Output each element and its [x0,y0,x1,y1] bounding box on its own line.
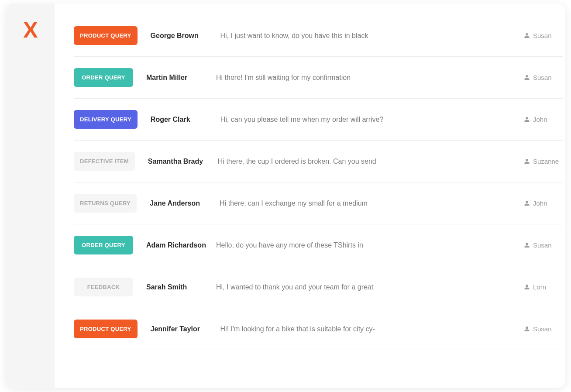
ticket-preview: Hi, can you please tell me when my order… [220,116,524,124]
assignee-name: Susan [533,325,552,333]
ticket-list: PRODUCT QUERYGeorge BrownHi, I just want… [55,21,565,350]
ticket-customer: Samantha Brady [148,158,218,165]
assignee-name: Suzanne [533,158,559,165]
app-frame: X PRODUCT QUERYGeorge BrownHi, I just wa… [6,3,565,388]
main-content: PRODUCT QUERYGeorge BrownHi, I just want… [55,3,565,388]
person-icon [524,75,530,80]
ticket-customer: Jennifer Taylor [151,325,220,333]
ticket-preview: Hi there, the cup I ordered is broken. C… [218,158,524,165]
ticket-customer: Martin Miller [146,74,216,82]
person-icon [524,242,530,248]
ticket-preview: Hi, I just want to know, do you have thi… [220,32,524,40]
person-icon [524,326,530,332]
ticket-preview: Hi, I wanted to thank you and your team … [216,283,524,291]
ticket-assignee: John [524,116,563,123]
ticket-row[interactable]: ORDER QUERYMartin MillerHi there! I'm st… [74,57,563,99]
ticket-customer: Sarah Smith [146,283,216,291]
ticket-preview: Hi there, can I exchange my small for a … [220,199,524,207]
ticket-assignee: Susan [524,32,563,39]
ticket-tag[interactable]: ORDER QUERY [74,236,133,254]
ticket-row[interactable]: DELIVERY QUERYRoger ClarkHi, can you ple… [74,99,563,141]
ticket-tag[interactable]: PRODUCT QUERY [74,26,138,45]
ticket-row[interactable]: DEFECTIVE ITEMSamantha BradyHi there, th… [74,141,563,182]
assignee-name: Susan [533,74,552,81]
ticket-preview: Hello, do you have any more of these TSh… [216,241,524,249]
person-icon [524,33,530,38]
ticket-row[interactable]: PRODUCT QUERYJennifer TaylorHi! I'm look… [74,308,563,350]
ticket-preview: Hi there! I'm still waiting for my confi… [216,74,524,82]
ticket-row[interactable]: ORDER QUERYAdam RichardsonHello, do you … [74,224,563,266]
ticket-customer: Adam Richardson [146,241,216,249]
ticket-tag[interactable]: RETURNS QUERY [74,194,137,213]
ticket-assignee: Suzanne [524,158,563,165]
ticket-assignee: Susan [524,241,563,249]
brand-logo: X [23,19,37,41]
ticket-assignee: John [524,199,563,207]
assignee-name: Lorn [533,283,546,291]
ticket-customer: Jane Anderson [150,199,220,207]
ticket-assignee: Susan [524,74,563,81]
person-icon [524,117,530,122]
person-icon [524,200,530,206]
assignee-name: Susan [533,32,552,39]
ticket-row[interactable]: PRODUCT QUERYGeorge BrownHi, I just want… [74,21,563,57]
ticket-row[interactable]: RETURNS QUERYJane AndersonHi there, can … [74,182,563,224]
ticket-tag[interactable]: PRODUCT QUERY [74,320,138,338]
ticket-assignee: Lorn [524,283,563,291]
assignee-name: John [533,116,547,123]
ticket-tag[interactable]: DELIVERY QUERY [74,110,138,129]
ticket-tag[interactable]: ORDER QUERY [74,68,133,87]
person-icon [524,284,530,290]
assignee-name: John [533,199,547,207]
ticket-tag[interactable]: DEFECTIVE ITEM [74,152,135,171]
person-icon [524,158,530,164]
ticket-preview: Hi! I'm looking for a bike that is suita… [220,325,524,333]
ticket-assignee: Susan [524,325,563,333]
sidebar: X [6,3,55,388]
ticket-customer: Roger Clark [151,116,220,124]
assignee-name: Susan [533,241,552,249]
ticket-customer: George Brown [151,32,220,40]
ticket-row[interactable]: FEEDBACKSarah SmithHi, I wanted to thank… [74,266,563,308]
ticket-tag[interactable]: FEEDBACK [74,278,133,296]
